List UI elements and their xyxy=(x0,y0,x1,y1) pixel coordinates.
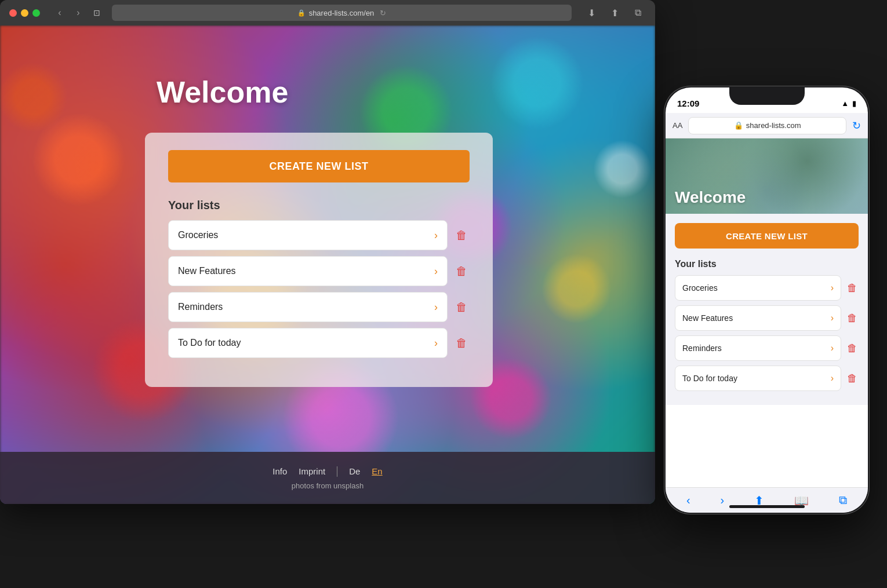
phone-forward-button[interactable]: › xyxy=(716,491,729,509)
phone-back-button[interactable]: ‹ xyxy=(682,491,695,509)
address-bar[interactable]: 🔒 shared-lists.com/en ↻ xyxy=(112,5,572,21)
wifi-icon: ▲ xyxy=(841,99,849,108)
delete-new-features-button[interactable]: 🗑 xyxy=(453,262,470,280)
phone-lock-icon: 🔒 xyxy=(734,121,743,130)
list-item-todo[interactable]: To Do for today › xyxy=(168,328,448,358)
list-item: To Do for today › 🗑 xyxy=(168,328,470,358)
phone-time: 12:09 xyxy=(677,98,699,108)
imprint-link[interactable]: Imprint xyxy=(299,466,325,476)
delete-todo-button[interactable]: 🗑 xyxy=(453,334,470,352)
chevron-icon: › xyxy=(434,229,438,242)
phone-list-item: Groceries › 🗑 xyxy=(675,275,859,301)
refresh-icon: ↻ xyxy=(380,9,386,17)
phone-list-item-groceries[interactable]: Groceries › xyxy=(675,275,841,301)
phone-list-item-name: Groceries xyxy=(682,283,718,293)
info-link[interactable]: Info xyxy=(272,466,287,476)
lock-icon: 🔒 xyxy=(297,9,306,17)
phone-list-item: To Do for today › 🗑 xyxy=(675,366,859,391)
phone-chevron-icon: › xyxy=(831,313,834,323)
phone-list-item-reminders[interactable]: Reminders › xyxy=(675,335,841,361)
phone-hero-image: Welcome xyxy=(666,138,868,214)
battery-icon: ▮ xyxy=(852,99,856,108)
en-link[interactable]: En xyxy=(372,466,382,476)
aa-button[interactable]: AA xyxy=(672,121,682,130)
close-button[interactable] xyxy=(9,9,17,17)
share-button[interactable]: ⬆ xyxy=(606,5,623,21)
download-button[interactable]: ⬇ xyxy=(583,5,599,21)
list-item: New Features › 🗑 xyxy=(168,256,470,286)
phone-delete-new-features-button[interactable]: 🗑 xyxy=(846,311,859,326)
list-item: Groceries › 🗑 xyxy=(168,220,470,250)
browser-nav: ‹ › ⊡ xyxy=(52,5,105,21)
list-item-name: Groceries xyxy=(178,230,218,240)
phone-list-item-name: New Features xyxy=(682,313,733,323)
phone-list-item-name: To Do for today xyxy=(682,374,737,383)
phone-wrapper: 12:09 ▲ ▮ AA 🔒 shared-lists.com ↻ W xyxy=(664,86,870,514)
de-link[interactable]: De xyxy=(349,466,360,476)
phone-refresh-button[interactable]: ↻ xyxy=(852,119,861,132)
list-item-name: Reminders xyxy=(178,302,223,312)
browser-content: Welcome CREATE NEW LIST Your lists Groce… xyxy=(0,25,655,504)
minimize-button[interactable] xyxy=(21,9,28,17)
url-text: shared-lists.com/en xyxy=(309,9,375,17)
delete-groceries-button[interactable]: 🗑 xyxy=(453,227,470,244)
phone-your-lists-label: Your lists xyxy=(675,259,859,269)
list-item-name: To Do for today xyxy=(178,338,241,348)
create-new-list-button[interactable]: CREATE NEW LIST xyxy=(168,150,470,182)
footer-photos-credit: photos from unsplash xyxy=(292,481,363,490)
footer-links: Info Imprint De En xyxy=(272,466,382,477)
phone-delete-reminders-button[interactable]: 🗑 xyxy=(846,341,859,356)
list-item-new-features[interactable]: New Features › xyxy=(168,256,448,286)
phone-list-item: Reminders › 🗑 xyxy=(675,335,859,361)
phone-content: Welcome CREATE NEW LIST Your lists Groce… xyxy=(666,138,868,487)
phone-bottom-bar: ‹ › ⬆ 📖 ⧉ xyxy=(666,487,868,513)
chevron-icon: › xyxy=(434,301,438,313)
phone-chevron-icon: › xyxy=(831,373,834,384)
phone-main-content: CREATE NEW LIST Your lists Groceries › 🗑… xyxy=(666,214,868,405)
list-item-reminders[interactable]: Reminders › xyxy=(168,292,448,322)
list-item-name: New Features xyxy=(178,266,236,276)
phone-chevron-icon: › xyxy=(831,343,834,353)
reader-button[interactable]: ⊡ xyxy=(89,5,105,21)
phone-home-indicator xyxy=(729,505,805,508)
phone-status-icons: ▲ ▮ xyxy=(841,99,856,108)
phone-delete-todo-button[interactable]: 🗑 xyxy=(846,371,859,386)
phone-delete-groceries-button[interactable]: 🗑 xyxy=(846,281,859,295)
browser-window: ‹ › ⊡ 🔒 shared-lists.com/en ↻ ⬇ ⬆ ⧉ Welc… xyxy=(0,0,655,504)
phone-address-bar[interactable]: 🔒 shared-lists.com xyxy=(688,117,846,134)
phone-inner: 12:09 ▲ ▮ AA 🔒 shared-lists.com ↻ W xyxy=(666,87,868,513)
chevron-icon: › xyxy=(434,265,438,277)
tabs-button[interactable]: ⧉ xyxy=(630,5,646,21)
phone-url-text: shared-lists.com xyxy=(746,121,801,130)
forward-button[interactable]: › xyxy=(70,5,86,21)
browser-actions: ⬇ ⬆ ⧉ xyxy=(583,5,646,21)
browser-footer: Info Imprint De En photos from unsplash xyxy=(0,452,655,504)
main-card: CREATE NEW LIST Your lists Groceries › 🗑… xyxy=(145,133,493,387)
phone-notch xyxy=(729,87,805,105)
list-item: Reminders › 🗑 xyxy=(168,292,470,322)
phone-chevron-icon: › xyxy=(831,283,834,293)
phone-list-item: New Features › 🗑 xyxy=(675,305,859,331)
phone-browser-bar: AA 🔒 shared-lists.com ↻ xyxy=(666,113,868,138)
phone-welcome-heading: Welcome xyxy=(666,188,755,207)
phone-create-new-list-button[interactable]: CREATE NEW LIST xyxy=(675,223,859,249)
phone-list-item-name: Reminders xyxy=(682,344,722,353)
phone-list-item-todo[interactable]: To Do for today › xyxy=(675,366,841,391)
back-button[interactable]: ‹ xyxy=(52,5,68,21)
phone-frame: 12:09 ▲ ▮ AA 🔒 shared-lists.com ↻ W xyxy=(664,86,870,514)
footer-divider xyxy=(337,466,337,477)
maximize-button[interactable] xyxy=(32,9,40,17)
phone-tabs-button[interactable]: ⧉ xyxy=(834,491,852,509)
browser-titlebar: ‹ › ⊡ 🔒 shared-lists.com/en ↻ ⬇ ⬆ ⧉ xyxy=(0,0,655,25)
traffic-lights xyxy=(9,9,40,17)
welcome-heading: Welcome xyxy=(157,75,288,109)
phone-list-item-new-features[interactable]: New Features › xyxy=(675,305,841,331)
your-lists-label: Your lists xyxy=(168,199,470,212)
chevron-icon: › xyxy=(434,337,438,349)
list-item-groceries[interactable]: Groceries › xyxy=(168,220,448,250)
delete-reminders-button[interactable]: 🗑 xyxy=(453,298,470,316)
